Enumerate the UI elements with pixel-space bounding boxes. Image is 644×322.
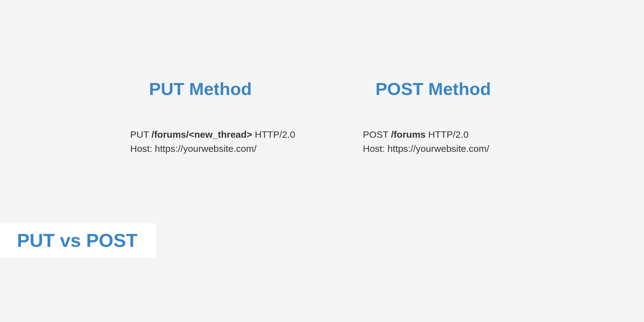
- content-wrapper: PUT Method PUT /forums/<new_thread> HTTP…: [0, 0, 644, 156]
- put-protocol: HTTP/2.0: [252, 129, 295, 140]
- post-request-line: POST /forums HTTP/2.0: [363, 127, 489, 142]
- title-badge: PUT vs POST: [0, 223, 156, 258]
- put-request-block: PUT /forums/<new_thread> HTTP/2.0 Host: …: [130, 127, 295, 156]
- post-protocol: HTTP/2.0: [426, 129, 469, 140]
- put-request-line: PUT /forums/<new_thread> HTTP/2.0: [130, 127, 295, 142]
- put-host-line: Host: https://yourwebsite.com/: [130, 142, 295, 156]
- put-column: PUT Method PUT /forums/<new_thread> HTTP…: [130, 79, 306, 156]
- post-verb: POST: [363, 129, 391, 140]
- post-request-block: POST /forums HTTP/2.0 Host: https://your…: [363, 127, 489, 156]
- post-host-line: Host: https://yourwebsite.com/: [363, 142, 489, 156]
- post-column: POST Method POST /forums HTTP/2.0 Host: …: [363, 79, 514, 156]
- post-heading: POST Method: [375, 79, 491, 99]
- put-path: /forums/<new_thread>: [152, 129, 252, 140]
- put-verb: PUT: [130, 129, 152, 140]
- put-heading: PUT Method: [149, 79, 252, 99]
- post-path: /forums: [391, 129, 425, 140]
